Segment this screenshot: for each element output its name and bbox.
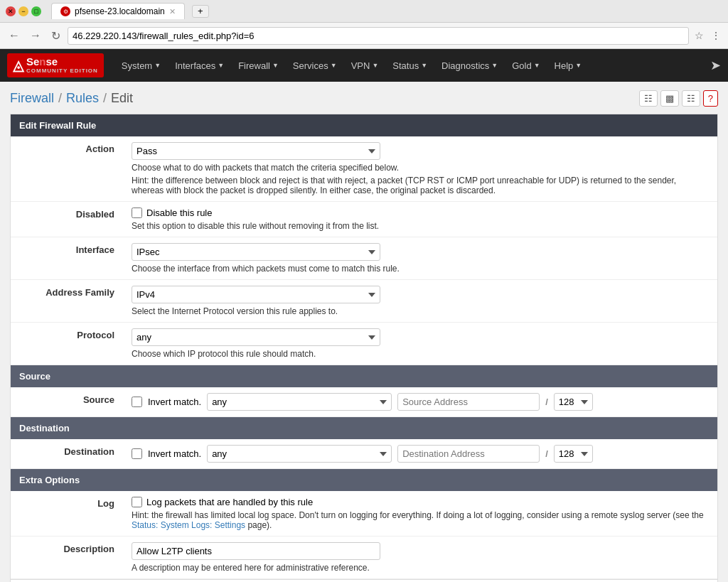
action-hint2: Hint: the difference between block and r…	[132, 176, 710, 195]
nav-services[interactable]: Services ▼	[286, 49, 344, 82]
description-row: Description A description may be entered…	[11, 537, 717, 579]
new-tab-button[interactable]: +	[192, 5, 209, 18]
nav-status[interactable]: Status ▼	[385, 49, 434, 82]
tab-title: pfsense-23.localdomain	[75, 6, 165, 16]
disabled-field: Disable this rule Set this option to dis…	[124, 202, 717, 237]
address-bar[interactable]	[68, 27, 689, 45]
protocol-row: Protocol any TCP UDP TCP/UDP ICMP Choose…	[11, 323, 717, 365]
chart-icon-btn[interactable]: ▩	[660, 90, 679, 107]
action-hint1: Choose what to do with packets that matc…	[132, 163, 710, 173]
destination-invert-label: Invert match.	[148, 448, 201, 459]
source-field: Invert match. any Single host or alias N…	[124, 387, 717, 417]
nav-system[interactable]: System ▼	[114, 49, 168, 82]
address-family-label: Address Family	[11, 280, 124, 323]
action-select[interactable]: Pass Block Reject	[132, 142, 380, 160]
nav-diagnostics[interactable]: Diagnostics ▼	[434, 49, 505, 82]
log-label: Log	[11, 491, 124, 537]
browser-chrome: ✕ − □ ⚙ pfsense-23.localdomain ✕ + ← → ↻…	[0, 0, 728, 49]
interfaces-caret-icon: ▼	[218, 62, 224, 69]
tab-close-icon[interactable]: ✕	[169, 7, 176, 16]
diagnostics-caret-icon: ▼	[491, 62, 498, 69]
firewall-caret-icon: ▼	[272, 62, 279, 69]
log-hint-link[interactable]: Status: System Logs: Settings	[132, 520, 245, 530]
window-minimize-button[interactable]: −	[18, 6, 28, 16]
interface-label: Interface	[11, 237, 124, 280]
source-label: Source	[11, 387, 124, 417]
edit-firewall-rule-header: Edit Firewall Rule	[11, 114, 717, 136]
destination-invert-checkbox[interactable]	[132, 448, 142, 459]
log-checkbox-label[interactable]: Log packets that are handled by this rul…	[132, 497, 710, 507]
nav-interfaces[interactable]: Interfaces ▼	[168, 49, 231, 82]
protocol-label: Protocol	[11, 323, 124, 365]
vpn-caret-icon: ▼	[372, 62, 378, 69]
source-section-header: Source	[11, 365, 717, 387]
filter-icon-btn[interactable]: ☷	[639, 90, 658, 107]
destination-slash-select[interactable]: 128 64 32 24 16	[554, 445, 593, 463]
table-icon-btn[interactable]: ☷	[682, 90, 700, 107]
page-content: Firewall / Rules / Edit ☷ ▩ ☷ ? Edit Fir…	[0, 82, 728, 582]
app-container: ✕ − □ ⚙ pfsense-23.localdomain ✕ + ← → ↻…	[0, 0, 728, 582]
breadcrumb-sep-2: /	[103, 91, 107, 106]
source-invert-checkbox[interactable]	[132, 397, 142, 407]
disabled-checkbox-label[interactable]: Disable this rule	[132, 208, 710, 218]
log-row: Log Log packets that are handled by this…	[11, 491, 717, 537]
nav-firewall[interactable]: Firewall ▼	[231, 49, 286, 82]
source-address-input[interactable]	[397, 393, 540, 411]
brand-sub: COMMUNITY EDITION	[26, 68, 98, 75]
disabled-checkbox[interactable]	[132, 208, 142, 218]
destination-controls: Invert match. any Single host or alias N…	[132, 445, 710, 463]
destination-type-select[interactable]: any Single host or alias Network LAN net…	[207, 445, 392, 463]
description-input[interactable]	[132, 542, 380, 560]
nav-gold[interactable]: Gold ▼	[505, 49, 547, 82]
action-label: Action	[11, 136, 124, 202]
form-table: Action Pass Block Reject Choose what to …	[11, 136, 717, 365]
protocol-select[interactable]: any TCP UDP TCP/UDP ICMP	[132, 328, 380, 346]
back-button[interactable]: ←	[6, 28, 23, 43]
protocol-hint: Choose which IP protocol this rule shoul…	[132, 349, 710, 359]
source-type-select[interactable]: any Single host or alias Network LAN net…	[207, 393, 392, 411]
bookmark-icon[interactable]: ☆	[693, 28, 705, 43]
source-row: Source Invert match. any Single host or …	[11, 387, 717, 417]
nav-vpn[interactable]: VPN ▼	[344, 49, 386, 82]
address-family-select[interactable]: IPv4 IPv6 IPv4+IPv6	[132, 286, 380, 303]
window-close-button[interactable]: ✕	[6, 6, 16, 16]
menu-icon[interactable]: ⋮	[710, 28, 722, 43]
destination-label: Destination	[11, 439, 124, 469]
protocol-field: any TCP UDP TCP/UDP ICMP Choose which IP…	[124, 323, 717, 365]
destination-section-header: Destination	[11, 417, 717, 439]
source-slash-select[interactable]: 128 64 32 24 16	[554, 393, 593, 411]
address-family-field: IPv4 IPv6 IPv4+IPv6 Select the Internet …	[124, 280, 717, 323]
interface-select[interactable]: IPsec WAN LAN	[132, 243, 380, 261]
navbar: ◬ Sense COMMUNITY EDITION System ▼ Inter…	[0, 49, 728, 82]
help-caret-icon: ▼	[575, 62, 582, 69]
log-checkbox[interactable]	[132, 497, 142, 507]
source-invert-label: Invert match.	[148, 397, 201, 407]
disabled-label: Disabled	[11, 202, 124, 237]
interface-row: Interface IPsec WAN LAN Choose the inter…	[11, 237, 717, 280]
system-caret-icon: ▼	[154, 62, 161, 69]
services-caret-icon: ▼	[331, 62, 337, 69]
destination-address-input[interactable]	[397, 445, 540, 463]
address-family-row: Address Family IPv4 IPv6 IPv4+IPv6 Selec…	[11, 280, 717, 323]
form-actions: Save	[11, 579, 717, 582]
log-field: Log packets that are handled by this rul…	[124, 491, 717, 537]
browser-icons: ☆ ⋮	[693, 28, 722, 43]
breadcrumb-icons: ☷ ▩ ☷ ?	[639, 90, 718, 107]
forward-button[interactable]: →	[27, 28, 44, 43]
destination-table: Destination Invert match. any Single hos…	[11, 439, 717, 469]
source-controls: Invert match. any Single host or alias N…	[132, 393, 710, 411]
breadcrumb-firewall[interactable]: Firewall	[10, 91, 54, 106]
nav-help[interactable]: Help ▼	[547, 49, 589, 82]
browser-tab[interactable]: ⚙ pfsense-23.localdomain ✕	[51, 3, 185, 19]
nav-logout[interactable]: ➤	[710, 58, 721, 73]
reload-button[interactable]: ↻	[48, 28, 63, 44]
brand-name: Sense	[26, 56, 98, 68]
interface-field: IPsec WAN LAN Choose the interface from …	[124, 237, 717, 280]
breadcrumb-rules[interactable]: Rules	[66, 91, 99, 106]
destination-row: Destination Invert match. any Single hos…	[11, 439, 717, 469]
window-maximize-button[interactable]: □	[31, 6, 41, 16]
help-icon-btn[interactable]: ?	[703, 90, 718, 107]
browser-controls: ← → ↻ ☆ ⋮	[0, 23, 728, 48]
extra-options-section-header: Extra Options	[11, 469, 717, 491]
extra-options-table: Log Log packets that are handled by this…	[11, 491, 717, 579]
